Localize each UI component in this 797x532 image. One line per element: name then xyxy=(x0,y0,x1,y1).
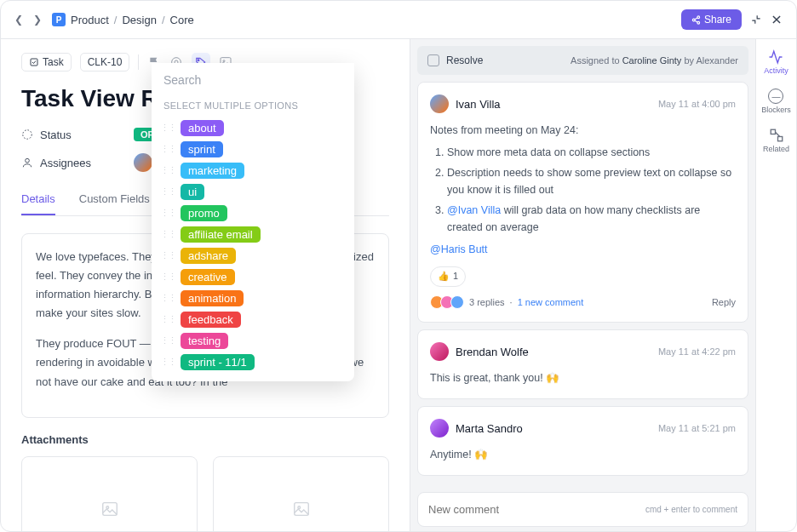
resolve-label: Resolve xyxy=(446,54,483,66)
mention[interactable]: @Haris Butt xyxy=(430,241,736,258)
tag-pill: creative xyxy=(181,269,235,285)
dropdown-option[interactable]: ⋮⋮animation xyxy=(152,288,354,309)
tag-pill: sprint - 11/1 xyxy=(181,354,255,370)
attachments-header: Attachments xyxy=(21,433,389,446)
comment: Brendan Wolfe May 11 at 4:22 pm This is … xyxy=(417,329,748,399)
svg-point-10 xyxy=(198,60,200,61)
svg-rect-15 xyxy=(102,503,117,516)
rail-blockers[interactable]: — Blockers xyxy=(761,89,791,114)
svg-point-13 xyxy=(23,130,32,140)
drag-handle-icon[interactable]: ⋮⋮ xyxy=(160,144,175,155)
svg-rect-19 xyxy=(771,129,775,134)
rail-related[interactable]: Related xyxy=(763,128,789,153)
drag-handle-icon[interactable]: ⋮⋮ xyxy=(160,357,175,368)
avatar[interactable] xyxy=(430,94,449,113)
nav-forward-icon[interactable]: ❯ xyxy=(33,14,42,26)
avatar[interactable] xyxy=(430,342,449,361)
dropdown-option[interactable]: ⋮⋮promo xyxy=(152,203,354,224)
svg-line-21 xyxy=(775,132,779,136)
replies-count[interactable]: 3 replies xyxy=(469,295,505,311)
dropdown-option[interactable]: ⋮⋮testing xyxy=(152,330,354,352)
activity-pane: Resolve Assigned to Caroline Ginty by Al… xyxy=(410,39,755,532)
share-button[interactable]: Share xyxy=(681,9,742,30)
drag-handle-icon[interactable]: ⋮⋮ xyxy=(160,314,175,325)
svg-line-4 xyxy=(695,20,697,22)
drag-handle-icon[interactable]: ⋮⋮ xyxy=(160,208,175,219)
activity-icon xyxy=(768,49,783,65)
related-icon xyxy=(769,128,784,143)
svg-point-14 xyxy=(26,158,30,163)
task-type-chip[interactable]: Task xyxy=(21,53,72,72)
new-comment-link[interactable]: 1 new comment xyxy=(518,295,584,311)
drag-handle-icon[interactable]: ⋮⋮ xyxy=(160,229,175,240)
dropdown-option[interactable]: ⋮⋮sprint - 11/1 xyxy=(152,352,354,373)
drag-handle-icon[interactable]: ⋮⋮ xyxy=(160,186,175,197)
topbar: ❮ ❯ P Product / Design / Core Share xyxy=(1,1,796,39)
new-comment-box[interactable]: cmd + enter to comment xyxy=(417,492,748,527)
attachment-thumbnail[interactable] xyxy=(213,456,389,532)
tab-details[interactable]: Details xyxy=(21,184,55,215)
rail-activity[interactable]: Activity xyxy=(764,49,788,75)
dropdown-option[interactable]: ⋮⋮feedback xyxy=(152,309,354,330)
status-icon xyxy=(21,129,33,140)
close-icon[interactable] xyxy=(771,14,783,26)
image-icon xyxy=(292,500,311,518)
nav-back-icon[interactable]: ❮ xyxy=(14,14,23,26)
person-icon xyxy=(21,157,33,169)
new-comment-input[interactable] xyxy=(428,503,645,516)
svg-line-3 xyxy=(695,17,697,19)
svg-point-1 xyxy=(692,19,695,21)
reply-avatars[interactable] xyxy=(430,295,464,309)
comment: Marta Sandro May 11 at 5:21 pm Anytime! … xyxy=(417,406,748,476)
dropdown-option[interactable]: ⋮⋮marketing xyxy=(152,160,354,181)
svg-rect-7 xyxy=(31,59,37,66)
breadcrumb-item[interactable]: Product xyxy=(71,14,109,26)
dropdown-option[interactable]: ⋮⋮creative xyxy=(152,266,354,288)
comment-author: Brendan Wolfe xyxy=(456,346,529,358)
mention[interactable]: @Ivan Villa xyxy=(447,204,501,216)
drag-handle-icon[interactable]: ⋮⋮ xyxy=(160,250,175,261)
reply-button[interactable]: Reply xyxy=(712,295,736,311)
comment-hint: cmd + enter to comment xyxy=(645,505,737,514)
dropdown-option[interactable]: ⋮⋮ui xyxy=(152,181,354,203)
svg-point-2 xyxy=(697,21,700,24)
tag-dropdown: SELECT MULTIPLE OPTIONS ⋮⋮about⋮⋮sprint⋮… xyxy=(152,63,354,381)
reaction[interactable]: 👍1 xyxy=(430,266,466,287)
dropdown-option[interactable]: ⋮⋮sprint xyxy=(152,139,354,160)
svg-point-0 xyxy=(697,15,700,18)
drag-handle-icon[interactable]: ⋮⋮ xyxy=(160,123,175,134)
drag-handle-icon[interactable]: ⋮⋮ xyxy=(160,272,175,283)
tag-pill: about xyxy=(181,120,224,136)
tag-pill: adshare xyxy=(181,248,236,264)
collapse-icon[interactable] xyxy=(750,14,762,26)
resolve-checkbox[interactable] xyxy=(427,54,439,66)
comment-author: Ivan Villa xyxy=(456,98,501,111)
tag-pill: ui xyxy=(181,184,204,200)
tab-custom-fields[interactable]: Custom Fields xyxy=(79,184,150,215)
tag-pill: feedback xyxy=(181,312,241,328)
attachment-thumbnail[interactable] xyxy=(21,456,198,532)
tag-pill: promo xyxy=(181,205,227,221)
avatar[interactable] xyxy=(430,419,449,438)
breadcrumb-item[interactable]: Design xyxy=(122,14,156,26)
breadcrumb: P Product / Design / Core xyxy=(52,13,194,26)
dropdown-option[interactable]: ⋮⋮about xyxy=(152,117,354,139)
search-input[interactable] xyxy=(152,63,354,97)
svg-rect-20 xyxy=(777,137,782,141)
comment-time: May 11 at 5:21 pm xyxy=(658,423,736,433)
drag-handle-icon[interactable]: ⋮⋮ xyxy=(160,165,175,176)
comment-author: Marta Sandro xyxy=(456,422,523,435)
dropdown-option[interactable]: ⋮⋮adshare xyxy=(152,245,354,266)
avatar[interactable] xyxy=(134,153,152,172)
comment: Ivan Villa May 11 at 4:00 pm Notes from … xyxy=(417,82,748,323)
comment-time: May 11 at 4:00 pm xyxy=(658,99,736,109)
tag-pill: sprint xyxy=(181,141,223,157)
right-rail: Activity — Blockers Related xyxy=(755,39,796,532)
dropdown-option[interactable]: ⋮⋮affiliate email xyxy=(152,224,354,245)
breadcrumb-item[interactable]: Core xyxy=(170,14,194,26)
drag-handle-icon[interactable]: ⋮⋮ xyxy=(160,335,175,346)
task-id-chip[interactable]: CLK-10 xyxy=(80,53,130,72)
image-icon xyxy=(100,500,119,518)
drag-handle-icon[interactable]: ⋮⋮ xyxy=(160,293,175,304)
resolve-bar: Resolve Assigned to Caroline Ginty by Al… xyxy=(417,46,748,75)
